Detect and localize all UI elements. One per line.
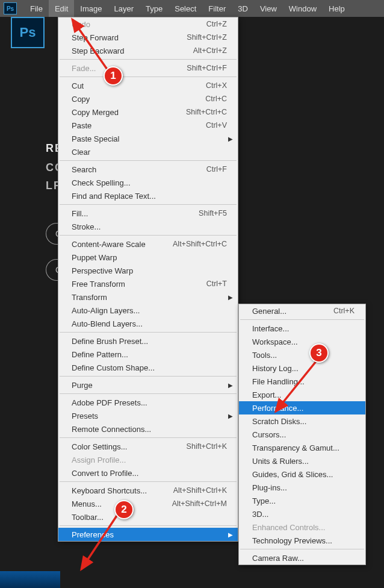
edit-item-preferences[interactable]: Preferences▶ xyxy=(58,528,238,541)
menu-filter[interactable]: Filter xyxy=(202,0,232,17)
edit-item-cut[interactable]: CutCtrl+X xyxy=(58,79,238,92)
callout-1: 1 xyxy=(104,66,123,86)
edit-item-transform[interactable]: Transform▶ xyxy=(58,290,238,304)
edit-item-find-and-replace-text[interactable]: Find and Replace Text... xyxy=(58,189,238,202)
pref-item-scratch-disks[interactable]: Scratch Disks... xyxy=(239,414,365,428)
pref-item-3d[interactable]: 3D... xyxy=(239,507,365,521)
pref-item-general[interactable]: General...Ctrl+K xyxy=(239,304,365,317)
menu-view[interactable]: View xyxy=(254,0,283,17)
pref-item-cursors[interactable]: Cursors... xyxy=(239,428,365,441)
edit-item-undo: UndoCtrl+Z xyxy=(58,17,238,31)
menubar: Ps FileEditImageLayerTypeSelectFilter3DV… xyxy=(0,0,384,17)
edit-item-paste-special[interactable]: Paste Special▶ xyxy=(58,132,238,145)
menu-window[interactable]: Window xyxy=(283,0,323,17)
pref-item-transparency-gamut[interactable]: Transparency & Gamut... xyxy=(239,441,365,454)
pref-item-tools[interactable]: Tools... xyxy=(239,348,365,361)
edit-item-auto-blend-layers[interactable]: Auto-Blend Layers... xyxy=(58,317,238,330)
pref-item-plug-ins[interactable]: Plug-ins... xyxy=(239,481,365,494)
edit-item-search[interactable]: SearchCtrl+F xyxy=(58,163,238,176)
edit-item-free-transform[interactable]: Free TransformCtrl+T xyxy=(58,277,238,290)
callout-2: 2 xyxy=(114,500,134,519)
menu-edit[interactable]: Edit xyxy=(49,0,74,17)
edit-item-remote-connections[interactable]: Remote Connections... xyxy=(58,422,238,436)
submenu-arrow-icon: ▶ xyxy=(228,413,233,419)
pref-item-camera-raw[interactable]: Camera Raw... xyxy=(239,551,365,565)
taskbar-fragment xyxy=(0,571,60,588)
edit-item-menus[interactable]: Menus...Alt+Shift+Ctrl+M xyxy=(58,497,238,510)
submenu-arrow-icon: ▶ xyxy=(228,294,233,301)
menu-layer[interactable]: Layer xyxy=(108,0,140,17)
edit-item-content-aware-scale[interactable]: Content-Aware ScaleAlt+Shift+Ctrl+C xyxy=(58,237,238,251)
edit-item-perspective-warp[interactable]: Perspective Warp xyxy=(58,264,238,277)
menu-image[interactable]: Image xyxy=(74,0,108,17)
submenu-arrow-icon: ▶ xyxy=(228,531,233,538)
pref-item-performance[interactable]: Performance... xyxy=(239,401,365,414)
pref-item-type[interactable]: Type... xyxy=(239,494,365,507)
pref-item-interface[interactable]: Interface... xyxy=(239,322,365,335)
edit-item-fill[interactable]: Fill...Shift+F5 xyxy=(58,207,238,220)
edit-item-convert-to-profile[interactable]: Convert to Profile... xyxy=(58,466,238,480)
edit-item-auto-align-layers[interactable]: Auto-Align Layers... xyxy=(58,304,238,317)
menu-type[interactable]: Type xyxy=(140,0,169,17)
menu-help[interactable]: Help xyxy=(323,0,351,17)
edit-item-color-settings[interactable]: Color Settings...Shift+Ctrl+K xyxy=(58,440,238,453)
pref-item-enhanced-controls: Enhanced Controls... xyxy=(239,521,365,534)
preferences-submenu: General...Ctrl+KInterface...Workspace...… xyxy=(238,304,366,565)
pref-item-technology-previews[interactable]: Technology Previews... xyxy=(239,534,365,547)
edit-item-assign-profile: Assign Profile... xyxy=(58,453,238,466)
edit-item-fade: Fade...Shift+Ctrl+F xyxy=(58,61,238,75)
app-icon-large: Ps xyxy=(11,17,45,48)
submenu-arrow-icon: ▶ xyxy=(228,136,233,142)
edit-item-toolbar[interactable]: Toolbar... xyxy=(58,510,238,524)
callout-3: 3 xyxy=(309,343,329,363)
edit-item-presets[interactable]: Presets▶ xyxy=(58,409,238,422)
edit-item-define-brush-preset[interactable]: Define Brush Preset... xyxy=(58,334,238,348)
menu-3d[interactable]: 3D xyxy=(232,0,254,17)
edit-item-define-custom-shape[interactable]: Define Custom Shape... xyxy=(58,361,238,374)
edit-item-stroke[interactable]: Stroke... xyxy=(58,220,238,233)
edit-item-paste[interactable]: PasteCtrl+V xyxy=(58,119,238,132)
edit-item-step-forward[interactable]: Step ForwardShift+Ctrl+Z xyxy=(58,31,238,44)
menu-file[interactable]: File xyxy=(24,0,49,17)
pref-item-guides-grid-slices[interactable]: Guides, Grid & Slices... xyxy=(239,468,365,481)
edit-item-step-backward[interactable]: Step BackwardAlt+Ctrl+Z xyxy=(58,44,238,57)
pref-item-history-log[interactable]: History Log... xyxy=(239,361,365,375)
pref-item-file-handling[interactable]: File Handling... xyxy=(239,375,365,388)
edit-item-purge[interactable]: Purge▶ xyxy=(58,378,238,392)
app-icon-small: Ps xyxy=(4,2,17,14)
pref-item-units-rulers[interactable]: Units & Rulers... xyxy=(239,454,365,468)
edit-dropdown: UndoCtrl+ZStep ForwardShift+Ctrl+ZStep B… xyxy=(58,17,238,542)
edit-item-check-spelling[interactable]: Check Spelling... xyxy=(58,176,238,189)
menu-select[interactable]: Select xyxy=(169,0,202,17)
edit-item-clear[interactable]: Clear xyxy=(58,145,238,158)
edit-item-puppet-warp[interactable]: Puppet Warp xyxy=(58,251,238,264)
edit-item-define-pattern[interactable]: Define Pattern... xyxy=(58,348,238,361)
edit-item-copy-merged[interactable]: Copy MergedShift+Ctrl+C xyxy=(58,105,238,119)
edit-item-adobe-pdf-presets[interactable]: Adobe PDF Presets... xyxy=(58,396,238,409)
pref-item-workspace[interactable]: Workspace... xyxy=(239,335,365,348)
pref-item-export[interactable]: Export... xyxy=(239,388,365,401)
edit-item-keyboard-shortcuts[interactable]: Keyboard Shortcuts...Alt+Shift+Ctrl+K xyxy=(58,484,238,497)
submenu-arrow-icon: ▶ xyxy=(228,382,233,389)
edit-item-copy[interactable]: CopyCtrl+C xyxy=(58,92,238,105)
